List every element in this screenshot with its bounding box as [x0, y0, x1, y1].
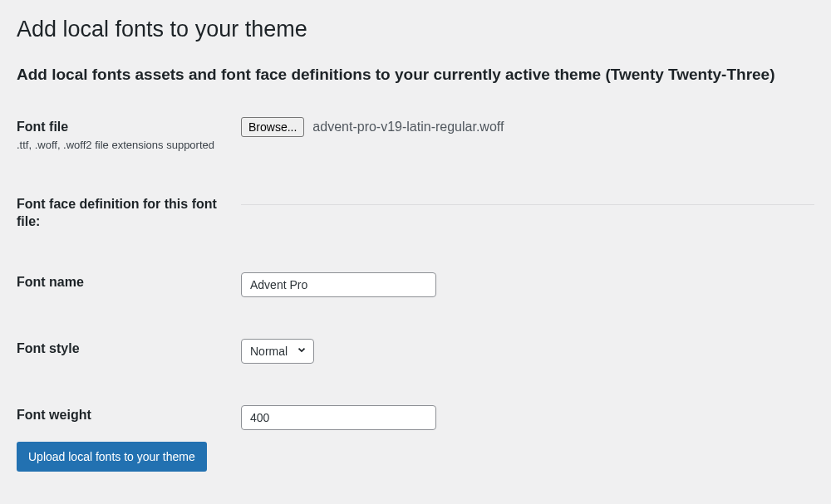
- font-file-hint: .ttf, .woff, .woff2 file extensions supp…: [17, 138, 241, 153]
- selected-file-name: advent-pro-v19-latin-regular.woff: [312, 120, 504, 135]
- page-subtitle: Add local fonts assets and font face def…: [17, 66, 814, 84]
- font-weight-label: Font weight: [17, 407, 241, 424]
- font-style-label: Font style: [17, 340, 241, 358]
- font-name-input[interactable]: [241, 272, 436, 297]
- browse-button[interactable]: Browse...: [241, 117, 304, 137]
- font-name-label: Font name: [17, 274, 241, 291]
- font-face-section-label: Font face definition for this font file:: [17, 196, 241, 231]
- font-file-label: Font file: [17, 119, 241, 136]
- font-weight-input[interactable]: [241, 405, 436, 430]
- section-divider: [241, 204, 814, 205]
- upload-button[interactable]: Upload local fonts to your theme: [17, 442, 207, 472]
- font-style-select[interactable]: Normal: [241, 339, 314, 364]
- page-title: Add local fonts to your theme: [17, 17, 814, 42]
